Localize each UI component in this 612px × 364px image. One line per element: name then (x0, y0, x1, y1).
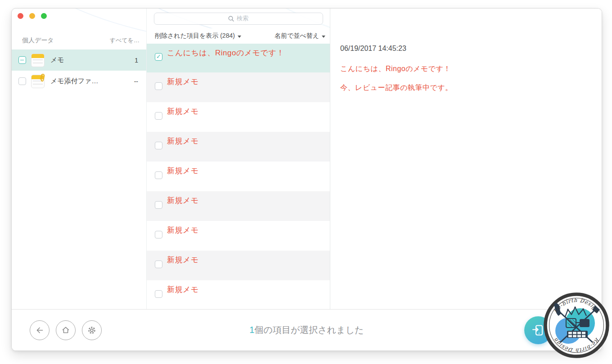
nav-buttons (12, 320, 102, 340)
selection-count: 1 (249, 325, 254, 335)
note-timestamp: 06/19/2017 14:45:23 (340, 45, 591, 53)
note-title: 新規メモ (167, 284, 199, 295)
chevron-down-icon (322, 36, 325, 38)
note-row[interactable]: 新規メモ (147, 280, 330, 309)
note-body-line: 今、レビュー記事の執筆中です。 (340, 83, 591, 93)
sidebar-checkbox[interactable] (18, 56, 26, 64)
app-window: 個人データ すべてを… メモ 1 メモ添付ファ… -- (11, 8, 602, 351)
note-list: こんにちは、Ringoのメモです！ 新規メモ 新規メモ 新規メモ 新規メモ 新規… (147, 44, 330, 309)
note-row[interactable]: 新規メモ (147, 221, 330, 251)
note-row[interactable]: 新規メモ (147, 72, 330, 102)
home-button[interactable] (56, 320, 76, 340)
note-title: 新規メモ (167, 166, 199, 176)
close-button[interactable] (18, 13, 23, 19)
sidebar: 個人データ すべてを… メモ 1 メモ添付ファ… -- (12, 9, 147, 309)
zoom-button[interactable] (41, 13, 47, 19)
sidebar-list: メモ 1 メモ添付ファ… -- (12, 49, 146, 92)
note-title: 新規メモ (167, 255, 199, 265)
note-row[interactable]: 新規メモ (147, 132, 330, 162)
note-row[interactable]: こんにちは、Ringoのメモです！ (147, 44, 330, 72)
note-list-panel: 検索 削除された項目を表示 (284) 名前で並べ替え こんにちは、Ringoの… (147, 9, 330, 309)
sidebar-checkbox[interactable] (18, 77, 26, 85)
search-icon (228, 16, 234, 22)
paperclip-icon (39, 73, 45, 82)
deleted-items-filter-dropdown[interactable]: 削除された項目を表示 (284) (155, 32, 241, 40)
back-arrow-icon (35, 325, 45, 335)
home-icon (61, 325, 71, 335)
note-checkbox[interactable] (155, 231, 162, 238)
footer-bar: 1個の項目が選択されました (12, 309, 602, 351)
gear-icon (86, 325, 97, 336)
search-bar-area: 検索 (147, 9, 330, 28)
note-checkbox[interactable] (155, 53, 162, 61)
note-row[interactable]: 新規メモ (147, 251, 330, 280)
note-title: 新規メモ (167, 195, 199, 206)
sidebar-item-count: 1 (135, 57, 138, 64)
note-checkbox[interactable] (155, 290, 162, 298)
search-placeholder: 検索 (237, 14, 248, 22)
sidebar-item[interactable]: メモ 1 (12, 49, 146, 71)
note-title: 新規メモ (167, 136, 199, 146)
search-input[interactable]: 検索 (154, 13, 323, 25)
note-checkbox[interactable] (155, 82, 162, 90)
note-checkbox[interactable] (155, 112, 162, 120)
list-header: 削除された項目を表示 (284) 名前で並べ替え (147, 28, 330, 44)
sidebar-item-label: メモ (50, 56, 64, 64)
sort-dropdown-label: 名前で並べ替え (274, 32, 319, 40)
note-title: 新規メモ (167, 76, 199, 87)
chevron-down-icon (238, 36, 241, 38)
note-row[interactable]: 新規メモ (147, 191, 330, 221)
note-title: こんにちは、Ringoのメモです！ (167, 48, 284, 58)
main-area: 個人データ すべてを… メモ 1 メモ添付ファ… -- (12, 9, 602, 309)
selection-text: 個の項目が選択されました (254, 325, 364, 335)
sidebar-item-count: -- (134, 78, 138, 85)
select-all-link[interactable]: すべてを… (110, 36, 140, 45)
note-row[interactable]: 新規メモ (147, 162, 330, 191)
note-title: 新規メモ (167, 225, 199, 235)
note-detail-panel: 06/19/2017 14:45:23 こんにちは、Ringoのメモです！ 今、… (330, 9, 602, 309)
notes-icon (31, 54, 45, 67)
filter-dropdown-label: 削除された項目を表示 (284) (155, 32, 235, 40)
minimize-button[interactable] (29, 13, 35, 19)
note-checkbox[interactable] (155, 142, 162, 149)
note-checkbox[interactable] (155, 171, 162, 179)
settings-button[interactable] (82, 320, 102, 340)
note-checkbox[interactable] (155, 261, 162, 268)
notes-attachment-icon (31, 75, 45, 88)
back-button[interactable] (30, 320, 50, 340)
note-title: 新規メモ (167, 106, 199, 117)
sort-dropdown[interactable]: 名前で並べ替え (274, 32, 325, 40)
note-row[interactable]: 新規メモ (147, 102, 330, 132)
transfer-to-device-button[interactable] (524, 316, 552, 344)
sidebar-item-label: メモ添付ファ… (50, 77, 98, 85)
traffic-lights (18, 13, 47, 19)
sidebar-item[interactable]: メモ添付ファ… -- (12, 71, 146, 92)
note-body-line: こんにちは、Ringoのメモです！ (340, 64, 591, 74)
send-to-device-icon (531, 324, 545, 337)
note-checkbox[interactable] (155, 201, 162, 209)
sidebar-title: 個人データ (22, 36, 54, 45)
